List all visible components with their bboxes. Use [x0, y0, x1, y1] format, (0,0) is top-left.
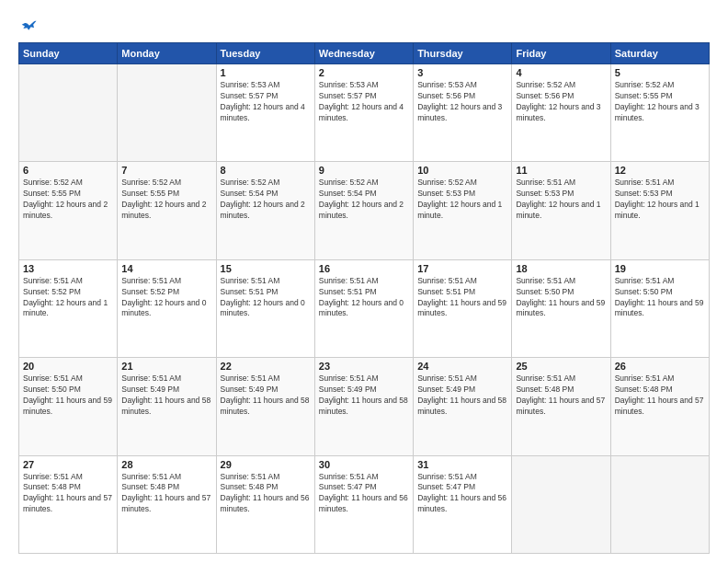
calendar-cell: 20Sunrise: 5:51 AM Sunset: 5:50 PM Dayli…	[19, 358, 118, 455]
day-number: 23	[319, 361, 409, 372]
calendar-cell: 6Sunrise: 5:52 AM Sunset: 5:55 PM Daylig…	[19, 162, 118, 259]
day-number: 13	[23, 263, 113, 274]
calendar-cell: 15Sunrise: 5:51 AM Sunset: 5:51 PM Dayli…	[216, 259, 314, 357]
day-number: 28	[121, 459, 211, 470]
day-number: 24	[417, 361, 507, 372]
day-info: Sunrise: 5:51 AM Sunset: 5:51 PM Dayligh…	[417, 276, 507, 320]
calendar-row: 1Sunrise: 5:53 AM Sunset: 5:57 PM Daylig…	[19, 64, 710, 162]
calendar-cell: 29Sunrise: 5:51 AM Sunset: 5:48 PM Dayli…	[216, 455, 314, 553]
day-info: Sunrise: 5:53 AM Sunset: 5:56 PM Dayligh…	[417, 80, 507, 124]
day-info: Sunrise: 5:51 AM Sunset: 5:48 PM Dayligh…	[121, 472, 211, 516]
day-info: Sunrise: 5:51 AM Sunset: 5:47 PM Dayligh…	[319, 472, 409, 516]
calendar-cell: 14Sunrise: 5:51 AM Sunset: 5:52 PM Dayli…	[118, 259, 216, 357]
day-info: Sunrise: 5:51 AM Sunset: 5:50 PM Dayligh…	[23, 373, 113, 418]
logo-bird-icon	[20, 15, 39, 33]
day-info: Sunrise: 5:51 AM Sunset: 5:50 PM Dayligh…	[516, 276, 606, 320]
calendar-cell: 11Sunrise: 5:51 AM Sunset: 5:53 PM Dayli…	[512, 162, 610, 259]
calendar-cell: 7Sunrise: 5:52 AM Sunset: 5:55 PM Daylig…	[118, 162, 216, 259]
day-number: 5	[615, 67, 705, 78]
day-number: 19	[615, 263, 705, 274]
day-number: 22	[221, 361, 311, 372]
weekday-header-tuesday: Tuesday	[216, 43, 314, 64]
day-number: 6	[23, 165, 113, 176]
day-info: Sunrise: 5:51 AM Sunset: 5:53 PM Dayligh…	[615, 178, 705, 222]
calendar-row: 20Sunrise: 5:51 AM Sunset: 5:50 PM Dayli…	[19, 358, 710, 455]
day-number: 29	[221, 459, 311, 470]
calendar-cell: 5Sunrise: 5:52 AM Sunset: 5:55 PM Daylig…	[610, 64, 709, 162]
day-info: Sunrise: 5:51 AM Sunset: 5:49 PM Dayligh…	[221, 373, 311, 418]
day-number: 2	[319, 67, 409, 78]
day-info: Sunrise: 5:51 AM Sunset: 5:47 PM Dayligh…	[417, 472, 507, 516]
calendar-cell: 1Sunrise: 5:53 AM Sunset: 5:57 PM Daylig…	[216, 64, 314, 162]
calendar-cell: 4Sunrise: 5:52 AM Sunset: 5:56 PM Daylig…	[512, 64, 610, 162]
calendar-row: 6Sunrise: 5:52 AM Sunset: 5:55 PM Daylig…	[19, 162, 710, 259]
day-number: 20	[23, 361, 113, 372]
calendar-cell: 16Sunrise: 5:51 AM Sunset: 5:51 PM Dayli…	[314, 259, 413, 357]
day-number: 3	[417, 67, 507, 78]
calendar-cell: 13Sunrise: 5:51 AM Sunset: 5:52 PM Dayli…	[19, 259, 118, 357]
calendar-row: 13Sunrise: 5:51 AM Sunset: 5:52 PM Dayli…	[19, 259, 710, 357]
calendar-cell: 8Sunrise: 5:52 AM Sunset: 5:54 PM Daylig…	[216, 162, 314, 259]
logo-text	[18, 15, 39, 33]
day-number: 1	[221, 67, 311, 78]
day-info: Sunrise: 5:51 AM Sunset: 5:48 PM Dayligh…	[23, 472, 113, 516]
day-info: Sunrise: 5:51 AM Sunset: 5:52 PM Dayligh…	[23, 276, 113, 320]
day-info: Sunrise: 5:51 AM Sunset: 5:48 PM Dayligh…	[221, 472, 311, 516]
calendar-cell: 28Sunrise: 5:51 AM Sunset: 5:48 PM Dayli…	[118, 455, 216, 553]
weekday-header-monday: Monday	[118, 43, 216, 64]
weekday-header-sunday: Sunday	[19, 43, 118, 64]
calendar-cell	[118, 64, 216, 162]
day-number: 26	[615, 361, 705, 372]
day-info: Sunrise: 5:51 AM Sunset: 5:49 PM Dayligh…	[319, 373, 409, 418]
calendar-cell	[19, 64, 118, 162]
day-info: Sunrise: 5:52 AM Sunset: 5:55 PM Dayligh…	[23, 178, 113, 222]
calendar-cell: 2Sunrise: 5:53 AM Sunset: 5:57 PM Daylig…	[314, 64, 413, 162]
day-number: 17	[417, 263, 507, 274]
day-info: Sunrise: 5:51 AM Sunset: 5:48 PM Dayligh…	[516, 373, 606, 418]
calendar-cell	[512, 455, 610, 553]
day-number: 25	[516, 361, 606, 372]
calendar-cell: 24Sunrise: 5:51 AM Sunset: 5:49 PM Dayli…	[414, 358, 512, 455]
day-number: 9	[319, 165, 409, 176]
calendar-cell: 25Sunrise: 5:51 AM Sunset: 5:48 PM Dayli…	[512, 358, 610, 455]
weekday-header-wednesday: Wednesday	[314, 43, 413, 64]
calendar-cell	[610, 455, 709, 553]
day-info: Sunrise: 5:51 AM Sunset: 5:52 PM Dayligh…	[121, 276, 211, 320]
calendar-cell: 22Sunrise: 5:51 AM Sunset: 5:49 PM Dayli…	[216, 358, 314, 455]
day-number: 8	[221, 165, 311, 176]
day-number: 16	[319, 263, 409, 274]
day-number: 15	[221, 263, 311, 274]
day-info: Sunrise: 5:51 AM Sunset: 5:48 PM Dayligh…	[615, 373, 705, 418]
day-info: Sunrise: 5:52 AM Sunset: 5:53 PM Dayligh…	[417, 178, 507, 222]
header	[18, 15, 710, 33]
calendar-cell: 3Sunrise: 5:53 AM Sunset: 5:56 PM Daylig…	[414, 64, 512, 162]
day-info: Sunrise: 5:51 AM Sunset: 5:49 PM Dayligh…	[417, 373, 507, 418]
logo	[18, 15, 39, 33]
day-number: 12	[615, 165, 705, 176]
calendar-cell: 10Sunrise: 5:52 AM Sunset: 5:53 PM Dayli…	[414, 162, 512, 259]
day-number: 31	[417, 459, 507, 470]
calendar-header-row: SundayMondayTuesdayWednesdayThursdayFrid…	[19, 43, 710, 64]
day-info: Sunrise: 5:52 AM Sunset: 5:56 PM Dayligh…	[516, 80, 606, 124]
day-number: 30	[319, 459, 409, 470]
calendar-cell: 27Sunrise: 5:51 AM Sunset: 5:48 PM Dayli…	[19, 455, 118, 553]
weekday-header-saturday: Saturday	[610, 43, 709, 64]
day-number: 10	[417, 165, 507, 176]
day-info: Sunrise: 5:52 AM Sunset: 5:55 PM Dayligh…	[615, 80, 705, 124]
day-number: 14	[121, 263, 211, 274]
day-number: 27	[23, 459, 113, 470]
calendar-cell: 17Sunrise: 5:51 AM Sunset: 5:51 PM Dayli…	[414, 259, 512, 357]
calendar-cell: 21Sunrise: 5:51 AM Sunset: 5:49 PM Dayli…	[118, 358, 216, 455]
day-info: Sunrise: 5:52 AM Sunset: 5:54 PM Dayligh…	[319, 178, 409, 222]
calendar-cell: 23Sunrise: 5:51 AM Sunset: 5:49 PM Dayli…	[314, 358, 413, 455]
calendar-cell: 9Sunrise: 5:52 AM Sunset: 5:54 PM Daylig…	[314, 162, 413, 259]
day-info: Sunrise: 5:51 AM Sunset: 5:53 PM Dayligh…	[516, 178, 606, 222]
calendar-cell: 18Sunrise: 5:51 AM Sunset: 5:50 PM Dayli…	[512, 259, 610, 357]
day-info: Sunrise: 5:51 AM Sunset: 5:50 PM Dayligh…	[615, 276, 705, 320]
calendar-cell: 26Sunrise: 5:51 AM Sunset: 5:48 PM Dayli…	[610, 358, 709, 455]
day-number: 7	[121, 165, 211, 176]
day-info: Sunrise: 5:51 AM Sunset: 5:51 PM Dayligh…	[221, 276, 311, 320]
weekday-header-friday: Friday	[512, 43, 610, 64]
day-number: 4	[516, 67, 606, 78]
calendar-cell: 12Sunrise: 5:51 AM Sunset: 5:53 PM Dayli…	[610, 162, 709, 259]
